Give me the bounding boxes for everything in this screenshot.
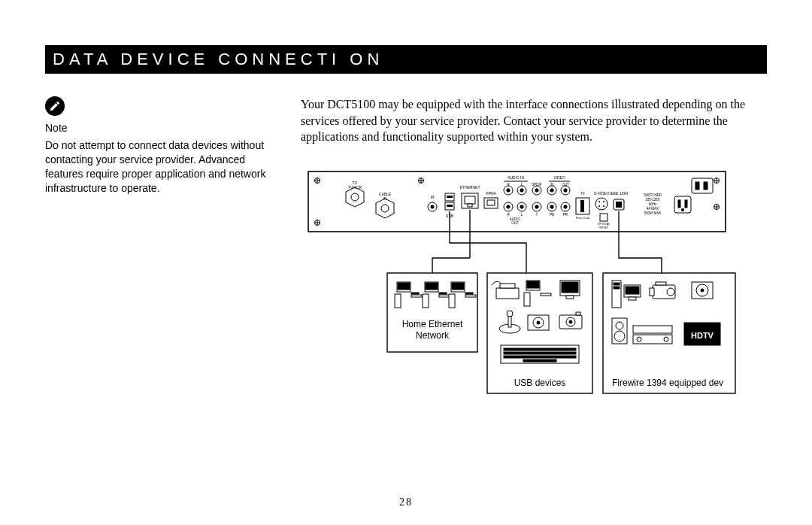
svg-text:IN: IN [383,196,387,201]
svg-rect-112 [524,293,530,306]
svg-point-122 [537,321,540,324]
svg-point-148 [614,331,625,341]
svg-rect-25 [487,200,495,205]
svg-rect-21 [465,196,475,204]
svg-text:AUDIO IN: AUDIO IN [508,175,525,180]
svg-point-59 [564,205,567,208]
callout-usb-label: USB devices [514,378,566,388]
svg-rect-141 [650,288,654,296]
svg-point-13 [431,205,435,208]
svg-rect-101 [439,295,450,297]
note-column: Note Do not attempt to connect data devi… [45,96,271,408]
svg-point-119 [507,311,513,317]
svg-rect-105 [465,293,473,294]
svg-text:OUT: OUT [511,221,519,225]
to-tvvcr-port: TO TV/VCR [346,181,364,207]
svg-text:VIDEO: VIDEO [553,175,565,180]
callout-ethernet-line2: Network [416,330,450,341]
svg-point-140 [667,288,674,296]
svg-rect-138 [629,297,636,300]
svg-rect-95 [411,293,419,294]
svg-point-45 [507,205,510,208]
svg-text:IN: IN [550,183,554,187]
svg-rect-104 [449,294,455,308]
svg-text:OUT: OUT [562,183,569,187]
svg-rect-62 [580,200,584,212]
svg-rect-74 [600,214,607,221]
rear-panel-diagram: TO TV/VCR CABLE IN IR [301,168,767,408]
pencil-note-icon [45,96,65,116]
ethernet-port: ETHERNET [460,185,480,208]
callout-firewire-label: Firewire 1394 equipped dev [612,378,723,388]
svg-rect-116 [566,296,574,299]
svg-rect-72 [616,202,622,208]
svg-rect-111 [527,281,539,288]
svg-point-67 [603,201,604,202]
svg-text:500W MAX: 500W MAX [644,211,662,215]
convenience-outlet: CONVENIENCE OUTLET [671,196,694,222]
svg-rect-129 [504,352,576,354]
svg-text:TV: TV [580,192,585,196]
svg-rect-103 [452,283,464,290]
svg-rect-87 [685,200,687,208]
svg-point-68 [598,205,600,207]
svg-rect-18 [447,205,453,207]
svg-rect-82 [692,178,713,193]
hpna-port: HPNA [484,191,498,208]
svg-text:Y: Y [535,213,538,217]
hdtv-badge-text: HDTV [691,331,714,340]
svg-rect-113 [541,293,551,296]
callout-usb-devices: USB devices [487,273,592,393]
svg-text:PB: PB [550,213,554,217]
svg-text:HPNA: HPNA [486,191,497,196]
svg-point-33 [520,189,523,192]
svg-rect-86 [678,200,680,208]
svg-rect-130 [504,356,576,358]
ac-inlet [692,178,713,193]
svg-text:SPDIF: SPDIF [532,183,542,187]
svg-point-48 [520,205,523,208]
svg-rect-96 [411,295,422,297]
svg-rect-22 [468,204,472,207]
svg-text:ETHERNET: ETHERNET [460,185,480,190]
svg-rect-149 [633,326,672,333]
intro-text: Your DCT5100 may be equipped with the in… [301,96,767,145]
svg-point-30 [507,189,510,192]
svg-rect-142 [656,282,666,285]
callout-ethernet-line1: Home Ethernet [402,319,463,329]
svg-point-9 [381,205,389,212]
svg-point-69 [603,205,604,207]
svg-rect-83 [695,182,699,190]
svg-text:IR: IR [431,195,435,199]
section-title: DATA DEVICE CONNECTI ON [45,45,767,74]
svg-rect-134 [614,283,620,285]
svg-rect-109 [500,284,515,288]
svg-text:SPDIF: SPDIF [599,226,608,229]
svg-point-147 [616,322,623,329]
svg-point-56 [550,205,553,208]
svg-point-151 [637,337,641,341]
svg-text:OUTLET: OUTLET [677,218,689,222]
svg-text:SWITCHED: SWITCHED [644,193,662,197]
svg-rect-115 [562,282,578,293]
svg-rect-108 [496,288,519,299]
svg-rect-137 [626,287,639,294]
svg-point-88 [681,208,683,211]
svg-point-65 [595,198,607,210]
svg-point-145 [701,289,704,292]
svg-rect-94 [395,294,401,308]
svg-point-152 [664,337,668,341]
svg-rect-98 [426,283,438,290]
svg-point-53 [535,205,538,208]
svg-rect-17 [447,196,453,198]
svg-text:60Hz: 60Hz [649,202,657,206]
svg-text:105-125V: 105-125V [645,198,660,202]
svg-rect-106 [465,295,476,297]
svg-text:4A MAX: 4A MAX [647,207,659,211]
svg-point-36 [535,189,538,192]
svg-rect-99 [423,294,429,308]
svg-text:S-VIDEO: S-VIDEO [594,191,610,196]
svg-rect-100 [439,293,447,294]
svg-rect-93 [398,283,410,290]
page-number: 28 [0,496,812,508]
